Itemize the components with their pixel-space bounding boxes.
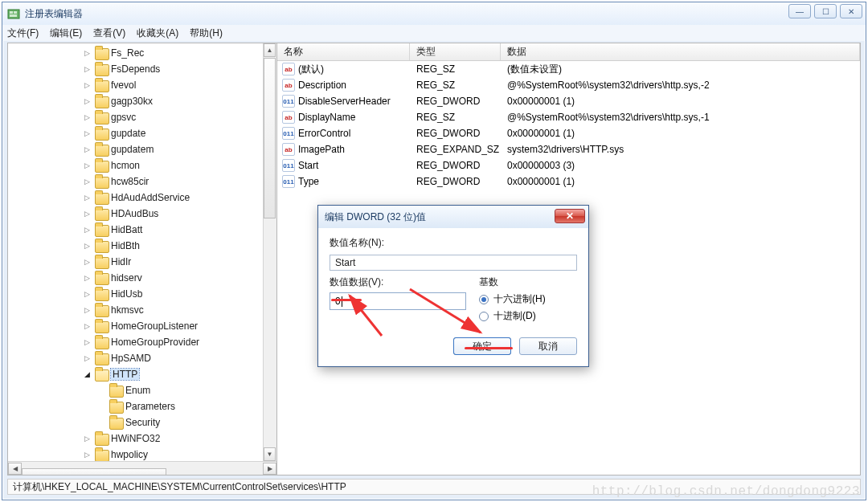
- tree-node[interactable]: ▷HidBatt: [8, 222, 276, 238]
- tree-node[interactable]: ▷gupdate: [8, 125, 276, 141]
- column-name[interactable]: 名称: [277, 43, 410, 60]
- titlebar[interactable]: 注册表编辑器 — ☐ ✕: [2, 2, 866, 25]
- tree-node[interactable]: ▷gagp30kx: [8, 93, 276, 109]
- menu-help[interactable]: 帮助(H): [190, 27, 223, 40]
- ok-button[interactable]: 确定: [453, 337, 511, 355]
- value-data: (数值未设置): [501, 63, 860, 76]
- tree-node[interactable]: ▷HdAudAddService: [8, 190, 276, 206]
- tree-node[interactable]: ▷hcw85cir: [8, 173, 276, 190]
- close-button[interactable]: ✕: [840, 4, 862, 18]
- tree-node[interactable]: ▷HidUsb: [8, 286, 276, 302]
- tree-node[interactable]: ▷hidserv: [8, 270, 276, 286]
- radio-dot-icon: [479, 312, 489, 321]
- scroll-thumb[interactable]: [264, 58, 276, 218]
- menu-view[interactable]: 查看(V): [93, 27, 125, 40]
- annotation-underline: [331, 299, 362, 301]
- collapse-icon[interactable]: ◢: [82, 369, 92, 379]
- value-row[interactable]: 011DisableServerHeaderREG_DWORD0x0000000…: [277, 93, 860, 109]
- tree-node[interactable]: ▷gupdatem: [8, 141, 276, 157]
- value-name: DisplayName: [298, 112, 355, 123]
- dialog-close-button[interactable]: ✕: [555, 209, 585, 223]
- tree-node[interactable]: ▷HidIr: [8, 254, 276, 270]
- expand-icon[interactable]: ▷: [82, 112, 92, 122]
- close-icon: ✕: [566, 210, 574, 222]
- value-type: REG_DWORD: [410, 128, 501, 139]
- expand-icon[interactable]: ▷: [82, 257, 92, 267]
- scroll-up-icon[interactable]: ▲: [264, 43, 276, 57]
- expand-icon[interactable]: ▷: [82, 145, 92, 154]
- tree-node[interactable]: Parameters: [8, 398, 276, 414]
- folder-icon: [95, 273, 108, 284]
- column-data[interactable]: 数据: [501, 43, 860, 60]
- scroll-left-icon[interactable]: ◀: [8, 463, 22, 475]
- tree-horizontal-scrollbar[interactable]: ◀ ▶: [8, 461, 276, 475]
- dialog-titlebar[interactable]: 编辑 DWORD (32 位)值 ✕: [318, 206, 588, 228]
- tree-vertical-scrollbar[interactable]: ▲ ▼: [263, 43, 276, 461]
- expand-icon[interactable]: ▷: [82, 96, 92, 106]
- expand-icon[interactable]: ▷: [82, 129, 92, 138]
- scroll-down-icon[interactable]: ▼: [264, 447, 276, 461]
- tree-node-label: Fs_Rec: [111, 47, 144, 59]
- tree-node[interactable]: ▷hcmon: [8, 157, 276, 173]
- tree-node-label: hcmon: [111, 160, 140, 171]
- value-row[interactable]: 011ErrorControlREG_DWORD0x00000001 (1): [277, 125, 860, 141]
- cancel-button[interactable]: 取消: [519, 337, 577, 355]
- menu-edit[interactable]: 编辑(E): [50, 27, 82, 40]
- expand-icon[interactable]: ▷: [82, 289, 92, 299]
- tree-node[interactable]: ▷HomeGroupListener: [8, 318, 276, 334]
- folder-icon: [95, 321, 108, 332]
- maximize-button[interactable]: ☐: [814, 4, 837, 18]
- expand-icon[interactable]: ▷: [82, 209, 92, 218]
- value-row[interactable]: ab(默认)REG_SZ(数值未设置): [277, 61, 860, 77]
- value-row[interactable]: abDisplayNameREG_SZ@%SystemRoot%\system3…: [277, 109, 860, 125]
- expand-icon[interactable]: ▷: [82, 193, 92, 202]
- tree-node[interactable]: ▷FsDepends: [8, 61, 276, 77]
- tree-node[interactable]: ▷HDAudBus: [8, 206, 276, 222]
- tree-node[interactable]: ▷Fs_Rec: [8, 45, 276, 61]
- expand-icon[interactable]: ▷: [82, 321, 92, 331]
- expand-icon[interactable]: ▷: [82, 177, 92, 186]
- scroll-thumb[interactable]: [22, 468, 166, 475]
- column-type[interactable]: 类型: [410, 43, 501, 60]
- value-row[interactable]: 011TypeREG_DWORD0x00000001 (1): [277, 173, 860, 190]
- tree-node[interactable]: ▷HWiNFO32: [8, 431, 276, 447]
- expand-icon[interactable]: ▷: [82, 80, 92, 90]
- value-data-input[interactable]: 0: [330, 292, 466, 310]
- tree-node[interactable]: Security: [8, 414, 276, 431]
- tree-node[interactable]: Enum: [8, 382, 276, 398]
- minimize-button[interactable]: —: [788, 4, 811, 18]
- radio-dec[interactable]: 十进制(D): [479, 309, 546, 323]
- expand-icon[interactable]: ▷: [82, 273, 92, 283]
- folder-icon: [95, 337, 108, 348]
- expand-icon[interactable]: ▷: [82, 48, 92, 58]
- expand-icon[interactable]: ▷: [82, 450, 92, 459]
- tree-node[interactable]: ▷gpsvc: [8, 109, 276, 125]
- tree-node[interactable]: ▷hkmsvc: [8, 302, 276, 318]
- expand-icon[interactable]: ▷: [82, 241, 92, 251]
- value-row[interactable]: abImagePathREG_EXPAND_SZsystem32\drivers…: [277, 141, 860, 157]
- tree-node[interactable]: ▷HidBth: [8, 238, 276, 254]
- value-row[interactable]: 011StartREG_DWORD0x00000003 (3): [277, 157, 860, 173]
- window-title: 注册表编辑器: [25, 7, 83, 21]
- expand-icon[interactable]: ▷: [82, 353, 92, 363]
- tree-node[interactable]: ◢HTTP: [8, 366, 276, 382]
- scroll-right-icon[interactable]: ▶: [263, 463, 276, 475]
- radio-hex[interactable]: 十六进制(H): [479, 292, 546, 306]
- tree-node[interactable]: ▷HomeGroupProvider: [8, 334, 276, 350]
- menu-favorites[interactable]: 收藏夹(A): [137, 27, 178, 40]
- tree-node[interactable]: ▷hwpolicy: [8, 447, 276, 461]
- expand-icon[interactable]: ▷: [82, 305, 92, 315]
- expand-icon[interactable]: ▷: [82, 161, 92, 170]
- annotation-underline: [465, 347, 513, 349]
- tree-node[interactable]: ▷fvevol: [8, 77, 276, 93]
- value-data: 0x00000001 (1): [501, 96, 860, 107]
- tree-node[interactable]: ▷HpSAMD: [8, 350, 276, 366]
- folder-icon: [95, 145, 108, 155]
- expand-icon[interactable]: ▷: [82, 225, 92, 235]
- expand-icon[interactable]: ▷: [82, 337, 92, 347]
- menu-file[interactable]: 文件(F): [7, 27, 39, 40]
- value-row[interactable]: abDescriptionREG_SZ@%SystemRoot%\system3…: [277, 77, 860, 93]
- expand-icon[interactable]: ▷: [82, 434, 92, 443]
- expand-icon[interactable]: ▷: [82, 64, 92, 74]
- dialog-title: 编辑 DWORD (32 位)值: [325, 210, 426, 224]
